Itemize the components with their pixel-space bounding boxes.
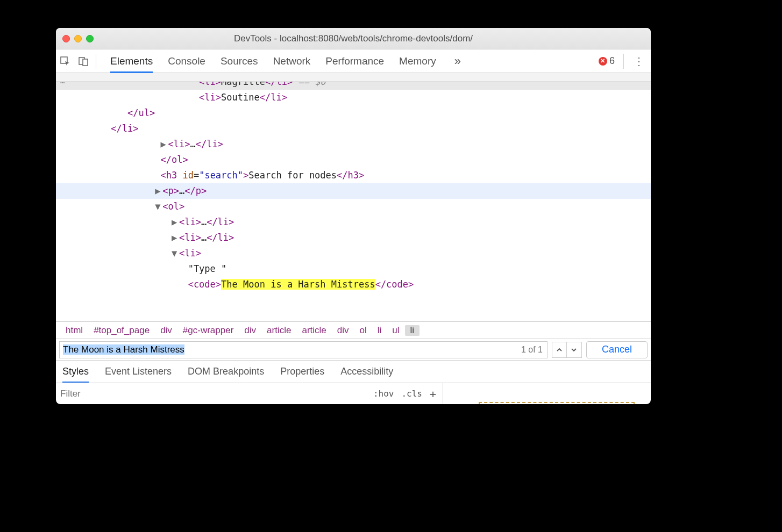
dom-tree-line[interactable]: ▶<li>…</li> [56, 214, 651, 230]
breadcrumb-item[interactable]: #gc-wrapper [177, 325, 239, 336]
dom-breadcrumb: html#top_of_pagediv#gc-wrapperdivarticle… [56, 321, 651, 339]
titlebar: DevTools - localhost:8080/web/tools/chro… [56, 28, 651, 49]
traffic-lights [56, 35, 94, 42]
breadcrumb-item[interactable]: html [60, 325, 88, 336]
breadcrumb-item[interactable]: li [405, 325, 420, 336]
tab-sources[interactable]: Sources [221, 49, 258, 73]
breadcrumb-item[interactable]: div [155, 325, 177, 336]
window-title: DevTools - localhost:8080/web/tools/chro… [56, 33, 651, 44]
tab-properties[interactable]: Properties [280, 361, 324, 383]
error-icon: ✕ [599, 57, 607, 66]
toolbar-separator [96, 54, 96, 69]
dom-tree-panel[interactable]: … <li>Magritte</li> == $0 <li>Soutine</l… [56, 73, 651, 321]
cls-toggle[interactable]: .cls [401, 389, 422, 399]
tab-console[interactable]: Console [168, 49, 205, 73]
tab-elements[interactable]: Elements [110, 49, 153, 73]
toolbar-right: ✕ 6 ⋮ [599, 54, 651, 69]
hov-toggle[interactable]: :hov [373, 389, 394, 399]
error-count: 6 [609, 55, 615, 67]
breadcrumb-item[interactable]: article [261, 325, 296, 336]
search-input[interactable]: The Moon is a Harsh Mistress [60, 344, 184, 355]
breadcrumb-item[interactable]: li [372, 325, 387, 336]
sidebar-tabs: Styles Event Listeners DOM Breakpoints P… [56, 360, 651, 383]
dom-tree-line[interactable]: ▶<li>…</li> [56, 136, 651, 152]
dom-tree-line[interactable]: ▶<p>…</p> [56, 183, 651, 199]
dom-overflow-indicator: … [56, 73, 651, 82]
styles-filter-area: :hov .cls + [56, 383, 443, 404]
zoom-window-button[interactable] [86, 35, 94, 42]
settings-kebab-icon[interactable]: ⋮ [632, 55, 645, 68]
tab-styles[interactable]: Styles [62, 361, 89, 383]
dom-tree-line[interactable]: </ul> [56, 105, 651, 121]
dom-tree-line[interactable]: ▼<li> [56, 246, 651, 261]
dom-tree-line[interactable]: </li> [56, 121, 651, 136]
breadcrumb-item[interactable]: #top_of_page [88, 325, 155, 336]
dom-tree-line[interactable]: </ol> [56, 152, 651, 168]
breadcrumb-item[interactable]: ol [354, 325, 372, 336]
dom-tree-line[interactable]: ▼<ol> [56, 199, 651, 214]
tab-performance[interactable]: Performance [325, 49, 384, 73]
more-tabs-button[interactable]: » [451, 54, 464, 68]
new-style-rule-button[interactable]: + [430, 387, 436, 400]
minimize-window-button[interactable] [74, 35, 82, 42]
breadcrumb-item[interactable]: article [296, 325, 331, 336]
search-cancel-button[interactable]: Cancel [586, 341, 648, 358]
box-model-margin-edge [479, 402, 635, 404]
dom-tree-line[interactable]: <li>Soutine</li> [56, 90, 651, 105]
dom-tree-line[interactable]: <code>The Moon is a Harsh Mistress</code… [56, 277, 651, 292]
toolbar-separator [623, 54, 624, 69]
svg-rect-2 [83, 59, 88, 66]
tab-dom-breakpoints[interactable]: DOM Breakpoints [188, 361, 264, 383]
breadcrumb-item[interactable]: div [332, 325, 354, 336]
styles-controls: :hov .cls + [367, 387, 443, 400]
tab-network[interactable]: Network [273, 49, 311, 73]
box-model-area [443, 383, 651, 404]
dom-tree-line[interactable]: "Type " [56, 261, 651, 277]
tab-accessibility[interactable]: Accessibility [340, 361, 393, 383]
search-bar: The Moon is a Harsh Mistress 1 of 1 Canc… [56, 339, 651, 360]
error-count-badge[interactable]: ✕ 6 [599, 55, 615, 67]
dom-tree-line[interactable]: ▶<li>…</li> [56, 230, 651, 246]
panel-tabs: Elements Console Sources Network Perform… [99, 49, 464, 73]
close-window-button[interactable] [62, 35, 70, 42]
search-result-count: 1 of 1 [517, 345, 547, 355]
inspect-element-icon[interactable] [56, 52, 74, 70]
tab-memory[interactable]: Memory [399, 49, 436, 73]
breadcrumb-item[interactable]: div [239, 325, 261, 336]
search-input-wrap: The Moon is a Harsh Mistress 1 of 1 [59, 341, 548, 358]
search-next-button[interactable] [567, 342, 582, 358]
tab-event-listeners[interactable]: Event Listeners [105, 361, 172, 383]
styles-toolbar: :hov .cls + [56, 383, 651, 404]
breadcrumb-item[interactable]: ul [387, 325, 404, 336]
main-toolbar: Elements Console Sources Network Perform… [56, 49, 651, 73]
styles-filter-input[interactable] [56, 389, 367, 399]
device-toolbar-icon[interactable] [74, 52, 93, 70]
devtools-window: DevTools - localhost:8080/web/tools/chro… [56, 28, 651, 404]
dom-tree-line[interactable]: <h3 id="search">Search for nodes</h3> [56, 168, 651, 183]
search-prev-button[interactable] [552, 342, 567, 358]
